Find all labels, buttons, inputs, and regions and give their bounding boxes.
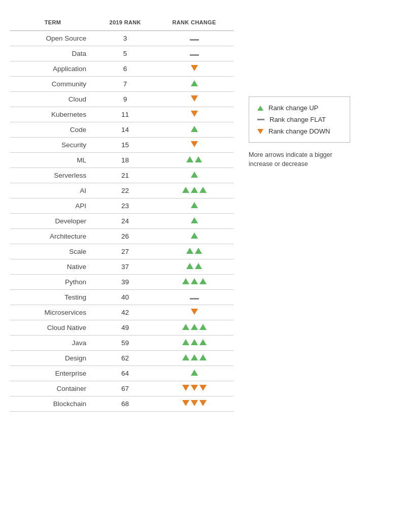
- change-cell: [155, 168, 233, 183]
- legend-up: Rank change UP: [257, 104, 342, 112]
- rank-cell: 21: [95, 168, 155, 183]
- change-cell: [155, 320, 233, 336]
- rank-cell: 22: [95, 183, 155, 198]
- rank-cell: 3: [95, 31, 155, 46]
- legend-section: Rank change UP Rank change FLAT Rank cha…: [233, 15, 394, 169]
- change-cell: [155, 92, 233, 107]
- rank-cell: 7: [95, 77, 155, 92]
- term-cell: Kubernetes: [10, 107, 95, 122]
- change-cell: [155, 198, 233, 214]
- change-cell: [155, 381, 233, 396]
- change-cell: [155, 122, 233, 138]
- rank-cell: 9: [95, 92, 155, 107]
- rank-cell: 49: [95, 320, 155, 336]
- table-row: Enterprise64: [10, 366, 233, 381]
- rank-cell: 26: [95, 229, 155, 244]
- rank-cell: 39: [95, 275, 155, 290]
- change-cell: [155, 244, 233, 259]
- term-cell: AI: [10, 183, 95, 198]
- rank-cell: 23: [95, 198, 155, 214]
- change-cell: [155, 46, 233, 61]
- rank-cell: 15: [95, 138, 155, 153]
- term-cell: Community: [10, 77, 95, 92]
- table-row: Data5: [10, 46, 233, 61]
- table-row: ML18: [10, 153, 233, 168]
- rank-cell: 40: [95, 290, 155, 305]
- change-cell: [155, 77, 233, 92]
- page-container: TERM 2019 RANK RANK CHANGE Open Source3D…: [0, 10, 404, 417]
- term-cell: Native: [10, 259, 95, 275]
- term-cell: Python: [10, 275, 95, 290]
- change-cell: [155, 31, 233, 46]
- term-cell: ML: [10, 153, 95, 168]
- change-cell: [155, 61, 233, 77]
- rank-cell: 67: [95, 381, 155, 396]
- rank-cell: 14: [95, 122, 155, 138]
- col-header-term: TERM: [10, 15, 95, 31]
- term-cell: Architecture: [10, 229, 95, 244]
- rank-cell: 24: [95, 214, 155, 229]
- table-row: Community7: [10, 77, 233, 92]
- term-cell: Developer: [10, 214, 95, 229]
- table-row: Developer24: [10, 214, 233, 229]
- table-row: Microservices42: [10, 305, 233, 320]
- change-cell: [155, 183, 233, 198]
- change-cell: [155, 138, 233, 153]
- table-row: Application6: [10, 61, 233, 77]
- table-row: Architecture26: [10, 229, 233, 244]
- col-header-rank: 2019 RANK: [95, 15, 155, 31]
- rank-cell: 27: [95, 244, 155, 259]
- term-cell: Security: [10, 138, 95, 153]
- down-arrow-icon: [257, 129, 263, 134]
- term-cell: Blockchain: [10, 396, 95, 412]
- up-arrow-icon: [257, 106, 263, 111]
- change-cell: [155, 214, 233, 229]
- term-cell: Code: [10, 122, 95, 138]
- col-header-change: RANK CHANGE: [155, 15, 233, 31]
- table-row: Python39: [10, 275, 233, 290]
- table-row: Cloud9: [10, 92, 233, 107]
- table-row: Design62: [10, 351, 233, 366]
- term-cell: Design: [10, 351, 95, 366]
- table-row: Code14: [10, 122, 233, 138]
- term-cell: Microservices: [10, 305, 95, 320]
- term-cell: Cloud Native: [10, 320, 95, 336]
- rank-cell: 64: [95, 366, 155, 381]
- term-cell: Data: [10, 46, 95, 61]
- change-cell: [155, 275, 233, 290]
- change-cell: [155, 396, 233, 412]
- table-row: Security15: [10, 138, 233, 153]
- change-cell: [155, 305, 233, 320]
- term-cell: Java: [10, 336, 95, 351]
- rank-cell: 37: [95, 259, 155, 275]
- legend-box: Rank change UP Rank change FLAT Rank cha…: [249, 96, 350, 143]
- table-row: Scale27: [10, 244, 233, 259]
- change-cell: [155, 107, 233, 122]
- term-cell: Testing: [10, 290, 95, 305]
- table-row: Blockchain68: [10, 396, 233, 412]
- rank-cell: 42: [95, 305, 155, 320]
- change-cell: [155, 290, 233, 305]
- legend-flat-label: Rank change FLAT: [270, 116, 326, 123]
- rank-cell: 5: [95, 46, 155, 61]
- table-row: Container67: [10, 381, 233, 396]
- table-row: Cloud Native49: [10, 320, 233, 336]
- term-cell: Serverless: [10, 168, 95, 183]
- table-row: Open Source3: [10, 31, 233, 46]
- term-cell: Open Source: [10, 31, 95, 46]
- table-row: AI22: [10, 183, 233, 198]
- table-section: TERM 2019 RANK RANK CHANGE Open Source3D…: [10, 15, 233, 412]
- legend-note: More arrows indicate a bigger increase o…: [249, 151, 350, 169]
- rank-cell: 62: [95, 351, 155, 366]
- table-row: Native37: [10, 259, 233, 275]
- table-row: Java59: [10, 336, 233, 351]
- rank-table: TERM 2019 RANK RANK CHANGE Open Source3D…: [10, 15, 233, 412]
- rank-cell: 59: [95, 336, 155, 351]
- rank-cell: 68: [95, 396, 155, 412]
- flat-line-icon: [257, 119, 264, 120]
- table-row: Testing40: [10, 290, 233, 305]
- change-cell: [155, 336, 233, 351]
- change-cell: [155, 229, 233, 244]
- term-cell: Container: [10, 381, 95, 396]
- rank-cell: 11: [95, 107, 155, 122]
